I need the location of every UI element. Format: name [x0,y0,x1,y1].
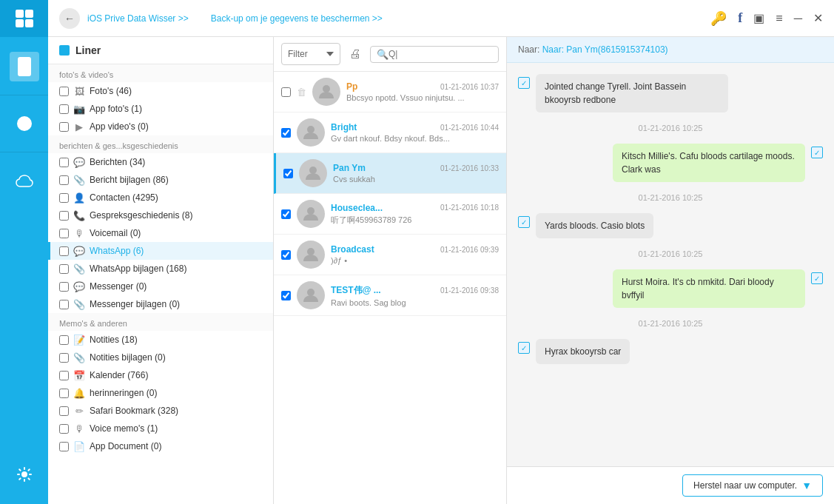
msg-row-5: ✓ Hyrax bkooyrsb car [518,339,823,364]
sidebar-item-gespreks[interactable]: 📞 Gespreksgeschiedenis (8) [48,206,273,224]
restore-button[interactable]: Herstel naar uw computer. ▼ [682,474,823,497]
conv-broadcast-time: 01-21-2016 09:39 [440,246,499,254]
sidebar-item-fotos[interactable]: 🖼 Foto's (46) [48,82,273,100]
sidebar-item-kalender[interactable]: 📅 Kalender (766) [48,366,273,384]
filter-select[interactable]: Filter [281,43,340,65]
whatsapp-checkbox[interactable] [59,246,69,256]
sidebar-item-contacten[interactable]: 👤 Contacten (4295) [48,189,273,206]
back-button[interactable]: ← [59,8,80,29]
settings-icon[interactable] [10,460,39,489]
msg-timestamp-3: 01-21-2016 10:25 [518,249,823,258]
msg-4-check[interactable]: ✓ [811,272,823,284]
topbar-right: 🔑 f ▣ ≡ ─ ✕ [710,10,823,27]
sidebar-item-notities-bijlagen[interactable]: 📎 Notities bijlagen (0) [48,349,273,366]
conv-item-pp[interactable]: 🗑 Pp 01-21-2016 10:37 Bbcsyo npotd. Vssu… [274,72,506,112]
notities-checkbox[interactable] [59,335,69,345]
herinneringen-icon: 🔔 [73,387,85,399]
msg-3-check[interactable]: ✓ [518,216,530,228]
conv-pp-avatar [312,78,340,106]
safari-checkbox[interactable] [59,406,69,416]
msg-header: Naar: Naar: Pan Ym(8615915374103) [507,37,834,63]
conv-pp-delete[interactable]: 🗑 [297,87,306,98]
conv-panym-checkbox[interactable] [283,169,293,178]
msg-bubble-5: Hyrax bkooyrsb car [536,339,630,364]
print-icon[interactable]: 🖨 [346,44,364,64]
conv-broadcast-checkbox[interactable] [281,250,291,260]
messenger-bijlagen-checkbox[interactable] [59,300,69,309]
conv-test-checkbox[interactable] [281,291,291,300]
menu-icon[interactable]: ≡ [776,12,782,25]
close-icon[interactable]: ✕ [813,11,823,25]
app-document-checkbox[interactable] [59,442,69,451]
gespreks-checkbox[interactable] [59,211,69,221]
fotos-checkbox[interactable] [59,87,69,96]
app-videos-checkbox[interactable] [59,122,69,132]
sidebar-item-berichten[interactable]: 💬 Berichten (34) [48,153,273,171]
conv-houseclea-name: Houseclea... [331,203,383,213]
qr-icon[interactable]: ▣ [753,11,764,25]
toolbar-logo [0,0,48,37]
sidebar-item-app-fotos[interactable]: 📷 App foto's (1) [48,100,273,118]
app-videos-icon: ▶ [73,121,85,132]
conv-item-panym[interactable]: Pan Ym 01-21-2016 10:33 Cvs sukkah [274,153,506,194]
facebook-icon[interactable]: f [738,10,742,26]
berichten-checkbox[interactable] [59,158,69,167]
msg-1-check[interactable]: ✓ [518,77,530,89]
gespreks-icon: 📞 [73,209,85,221]
conv-test-info: TEST伟@ ... 01-21-2016 09:38 Ravi boots. … [331,284,499,307]
content-area: Liner foto's & video's 🖼 Foto's (46) 📷 A… [48,37,834,504]
conv-bright-checkbox[interactable] [281,128,291,138]
music-icon[interactable] [10,109,39,138]
conv-houseclea-checkbox[interactable] [281,209,291,219]
minimize-icon[interactable]: ─ [794,12,802,25]
messenger-icon: 💬 [73,280,85,292]
conv-broadcast-info: Broadcast 01-21-2016 09:39 )∂ƒ • [331,244,499,265]
sidebar-item-voicemail[interactable]: 🎙 Voicemail (0) [48,224,273,242]
contacten-icon: 👤 [73,192,85,204]
kalender-checkbox[interactable] [59,371,69,380]
conv-item-broadcast[interactable]: Broadcast 01-21-2016 09:39 )∂ƒ • [274,235,506,275]
sidebar-item-messenger-bijlagen[interactable]: 📎 Messenger bijlagen (0) [48,295,273,313]
notities-bijlagen-checkbox[interactable] [59,353,69,363]
ios-data-link[interactable]: iOS Prive Data Wisser >> [87,13,189,24]
app-fotos-checkbox[interactable] [59,104,69,114]
svg-point-10 [323,85,330,93]
sidebar-item-safari[interactable]: ✏ Safari Bookmark (328) [48,402,273,420]
backup-link[interactable]: Back-up om je gegevens te beschermen >> [211,13,383,24]
sidebar-item-voice-memos[interactable]: 🎙 Voice memo's (1) [48,420,273,437]
herinneringen-checkbox[interactable] [59,389,69,398]
msg-2-check[interactable]: ✓ [811,147,823,158]
bericht-bijlagen-label: Bericht bijlagen (86) [90,175,262,185]
conv-item-houseclea[interactable]: Houseclea... 01-21-2016 10:18 听了啊4599637… [274,194,506,235]
contacten-checkbox[interactable] [59,193,69,203]
sidebar-item-app-videos[interactable]: ▶ App video's (0) [48,118,273,135]
voice-memos-checkbox[interactable] [59,424,69,434]
sidebar-item-bericht-bijlagen[interactable]: 📎 Bericht bijlagen (86) [48,171,273,189]
key-icon[interactable]: 🔑 [710,10,727,27]
sidebar-item-notities[interactable]: 📝 Notities (18) [48,331,273,349]
svg-point-11 [307,126,315,133]
voicemail-checkbox[interactable] [59,229,69,238]
conv-item-test[interactable]: TEST伟@ ... 01-21-2016 09:38 Ravi boots. … [274,275,506,316]
msg-5-check[interactable]: ✓ [518,342,530,354]
sidebar-title: Liner [75,44,101,56]
cloud-icon[interactable] [10,166,39,195]
sidebar-item-whatsapp-bijlagen[interactable]: 📎 WhatsApp bijlagen (168) [48,260,273,278]
whatsapp-bijlagen-checkbox[interactable] [59,264,69,274]
sidebar-item-whatsapp[interactable]: 💬 WhatsApp (6) [48,242,273,260]
conv-bright-avatar [297,118,325,147]
whatsapp-icon: 💬 [73,245,85,257]
sidebar-item-herinneringen[interactable]: 🔔 herinneringen (0) [48,384,273,402]
conv-broadcast-preview: )∂ƒ • [331,256,499,265]
search-input[interactable] [389,49,492,59]
conv-item-bright[interactable]: Bright 01-21-2016 10:44 Gv dart nkouf. B… [274,112,506,153]
bericht-bijlagen-checkbox[interactable] [59,175,69,185]
sidebar-item-app-document[interactable]: 📄 App Document (0) [48,437,273,455]
messenger-bijlagen-icon: 📎 [73,298,85,310]
messenger-checkbox[interactable] [59,282,69,292]
svg-point-15 [307,289,315,296]
conv-pp-checkbox[interactable] [281,87,291,97]
conv-houseclea-avatar [297,200,325,228]
device-icon[interactable] [10,52,39,81]
sidebar-item-messenger[interactable]: 💬 Messenger (0) [48,278,273,295]
